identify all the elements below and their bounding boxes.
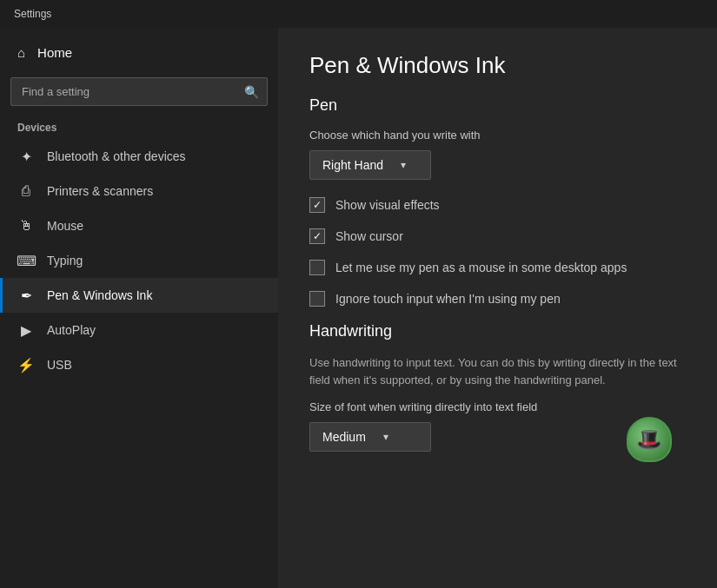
checkbox-pen-as-mouse-box[interactable] [309,260,325,275]
sidebar-pen-label: Pen & Windows Ink [47,288,152,302]
pen-icon: ✒ [17,287,35,304]
handwriting-description: Use handwriting to input text. You can d… [309,354,686,388]
checkbox-pen-as-mouse-label: Let me use my pen as a mouse in some des… [335,261,627,274]
home-label: Home [37,45,72,60]
hand-dropdown[interactable]: Right Hand ▾ [309,150,431,180]
sidebar-usb-label: USB [47,358,72,372]
printer-icon: ⎙ [17,182,35,200]
mouse-icon: 🖱 [17,217,35,235]
typing-icon: ⌨ [17,252,35,269]
search-icon: 🔍 [244,85,259,99]
title-bar: Settings [0,0,717,28]
sidebar-item-home[interactable]: ⌂ Home [0,35,278,70]
usb-icon: ⚡ [17,356,35,373]
checkbox-ignore-touch-box[interactable] [309,291,325,307]
hand-label: Choose which hand you write with [309,129,686,142]
autoplay-icon: ▶ [17,321,35,339]
checkbox-visual-effects-label: Show visual effects [335,198,440,212]
sidebar-item-autoplay[interactable]: ▶ AutoPlay [0,313,278,347]
sidebar-item-bluetooth[interactable]: ✦ Bluetooth & other devices [0,139,278,174]
app-title: Settings [14,8,51,20]
sidebar-bluetooth-label: Bluetooth & other devices [47,149,186,163]
pen-section-heading: Pen [309,96,686,115]
sidebar-printers-label: Printers & scanners [47,184,153,198]
sidebar-item-typing[interactable]: ⌨ Typing [0,243,278,278]
sidebar-item-printers[interactable]: ⎙ Printers & scanners [0,174,278,208]
handwriting-heading: Handwriting [309,322,686,340]
font-size-dropdown-arrow: ▾ [383,431,388,443]
checkbox-visual-effects-box[interactable] [309,197,325,213]
sidebar-item-mouse[interactable]: 🖱 Mouse [0,208,278,243]
sidebar-typing-label: Typing [47,254,83,268]
mascot-decoration: 🎩 [627,417,672,462]
sidebar-item-pen[interactable]: ✒ Pen & Windows Ink [0,278,278,313]
bluetooth-icon: ✦ [17,148,35,165]
checkbox-show-cursor-box[interactable] [309,228,325,244]
sidebar-section-label: Devices [0,113,278,139]
search-box: 🔍 [10,77,268,106]
checkbox-ignore-touch[interactable]: Ignore touch input when I'm using my pen [309,291,686,307]
font-size-dropdown-value: Medium [322,430,366,444]
page-title: Pen & Windows Ink [309,52,686,79]
checkbox-visual-effects[interactable]: Show visual effects [309,197,686,213]
content-wrapper: Pen & Windows Ink Pen Choose which hand … [309,52,686,469]
checkbox-ignore-touch-label: Ignore touch input when I'm using my pen [335,292,561,306]
checkbox-show-cursor[interactable]: Show cursor [309,228,686,244]
font-size-dropdown[interactable]: Medium ▾ [309,422,431,452]
sidebar: ⌂ Home 🔍 Devices ✦ Bluetooth & other dev… [0,28,278,588]
sidebar-mouse-label: Mouse [47,219,83,233]
content-area: Pen & Windows Ink Pen Choose which hand … [278,28,717,588]
home-icon: ⌂ [17,45,25,60]
search-input[interactable] [10,77,268,106]
hand-dropdown-value: Right Hand [322,158,383,172]
sidebar-item-usb[interactable]: ⚡ USB [0,347,278,382]
checkbox-pen-as-mouse[interactable]: Let me use my pen as a mouse in some des… [309,260,686,275]
font-size-label: Size of font when writing directly into … [309,400,686,413]
checkbox-show-cursor-label: Show cursor [335,229,403,243]
sidebar-autoplay-label: AutoPlay [47,323,96,337]
hand-dropdown-arrow: ▾ [401,159,406,171]
